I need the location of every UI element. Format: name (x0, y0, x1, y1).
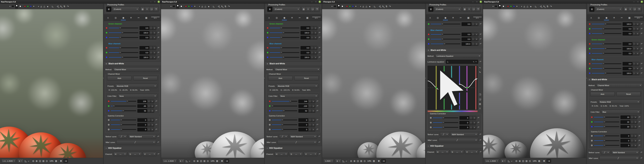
reset-icon[interactable]: ↶ (477, 126, 480, 128)
decrement-button[interactable]: − (632, 27, 636, 30)
slider-thumb[interactable] (113, 105, 115, 107)
increment-button[interactable]: + (153, 31, 156, 34)
paste-profile-button[interactable]: ❐ (476, 7, 480, 11)
increment-button[interactable]: + (150, 105, 154, 108)
copy-profile-button[interactable]: ❏ (310, 7, 315, 11)
decrement-button[interactable]: − (630, 144, 634, 147)
slider[interactable] (430, 39, 460, 39)
copy-profile-button[interactable]: ❏ (632, 7, 637, 11)
reset-icon[interactable]: ↶ (638, 126, 640, 128)
reset-icon[interactable]: ↶ (640, 23, 643, 25)
blue-channel-toggle[interactable] (513, 5, 515, 7)
slider-thumb[interactable] (119, 36, 122, 39)
shadow-clip-icon[interactable]: △ (527, 5, 528, 7)
slider-thumb[interactable] (603, 135, 606, 137)
slider-thumb[interactable] (280, 51, 283, 54)
slider-value[interactable]: 0.0 (462, 33, 471, 35)
decrement-button[interactable]: − (149, 36, 153, 39)
reset-icon[interactable]: ↶ (477, 122, 480, 124)
rotate-left-icon[interactable]: ↺90° (379, 5, 381, 8)
slider-thumb[interactable] (602, 32, 605, 35)
slider[interactable] (110, 120, 136, 120)
decrement-button[interactable]: − (310, 46, 314, 49)
toggle-right-panel-icon[interactable]: ⇥ (224, 159, 229, 163)
slider-value[interactable]: 0.0 (623, 68, 632, 70)
dropdown[interactable]: Channel Mixer▼ (113, 67, 160, 71)
slider-thumb[interactable] (122, 110, 124, 112)
decrement-button[interactable]: − (469, 126, 472, 129)
increment-button[interactable]: + (475, 42, 478, 46)
slider[interactable] (110, 106, 136, 106)
reset-icon[interactable]: ↶ (316, 119, 318, 121)
maximize-button[interactable]: □ (315, 1, 317, 3)
slider[interactable] (594, 117, 619, 118)
slider-value[interactable]: 33 (621, 126, 630, 128)
transform-tab[interactable]: ✂ (457, 14, 465, 21)
color-tab[interactable]: ◉ (280, 14, 288, 21)
zoom-100-icon[interactable]: ⊙ (207, 160, 209, 162)
file-selector-dropdown[interactable]: L U...1-2020▾ (484, 159, 499, 163)
decrement-button[interactable]: − (630, 139, 634, 142)
reset-icon[interactable]: ↶ (158, 153, 160, 155)
zoom-fit-crop-icon[interactable]: ⊞ (42, 160, 44, 162)
reset-icon[interactable]: ↶ (640, 151, 642, 154)
decrement-button[interactable]: − (308, 128, 312, 131)
reset-icon[interactable]: ↶ (318, 36, 320, 38)
increment-button[interactable]: + (312, 100, 315, 103)
increment-button[interactable]: + (153, 51, 156, 54)
slider-thumb[interactable] (441, 38, 444, 40)
decrement-button[interactable]: − (630, 116, 634, 119)
slider[interactable] (594, 122, 619, 122)
increment-button[interactable]: + (312, 109, 315, 113)
dropdown[interactable]: None▼ (118, 94, 157, 98)
zoom-out-icon[interactable]: ⊖ (350, 160, 352, 162)
new-crop-window-icon[interactable]: ⊠ (55, 160, 57, 162)
slider-thumb[interactable] (280, 36, 283, 39)
reset-button[interactable]: Reset (294, 76, 319, 80)
bg-theme-swatch[interactable] (9, 5, 11, 7)
zoom-in-icon[interactable]: ⊕ (519, 160, 521, 162)
slider[interactable] (272, 129, 297, 130)
slider-thumb[interactable] (281, 119, 284, 121)
curve-load-icon[interactable]: ▤ (479, 103, 481, 105)
reset-button[interactable]: Reset (134, 76, 158, 80)
focus-mask-icon[interactable]: ◬ (202, 5, 203, 7)
new-crop-window-icon[interactable]: ⊠ (538, 160, 540, 162)
slider[interactable] (592, 24, 622, 24)
crop-rotate-icon[interactable]: ⌐ (346, 160, 348, 162)
bw-preview-icon[interactable]: ◑ (199, 5, 200, 7)
decrement-button[interactable]: − (632, 72, 636, 75)
slider[interactable] (272, 106, 297, 106)
slider-thumb[interactable] (441, 33, 444, 36)
rotate-left-icon[interactable]: ↺90° (540, 5, 542, 8)
flip-vertical-icon[interactable]: ⇅ (386, 5, 388, 8)
rotate-right-icon[interactable]: ↻90° (60, 5, 62, 8)
minimize-button[interactable]: – (472, 1, 474, 3)
slider[interactable] (594, 145, 619, 146)
reset-icon[interactable]: ↶ (638, 121, 640, 123)
new-crop-window-icon[interactable]: ⊠ (373, 160, 375, 162)
curve-copy-icon[interactable]: ❏ (479, 98, 481, 101)
rotate-right-icon[interactable]: ↻90° (382, 5, 384, 8)
highlight-clip-icon[interactable]: ▲ (530, 5, 532, 7)
reset-icon[interactable]: ↶ (640, 43, 643, 45)
titlebar[interactable]: /Therapee 5.8 – □ × (322, 0, 483, 3)
increment-button[interactable]: + (472, 126, 476, 129)
slider-value[interactable]: 100.0 (623, 48, 632, 50)
paste-profile-button[interactable]: ❐ (315, 7, 319, 11)
slider-value[interactable]: 33 (621, 121, 630, 123)
profile-fill-mode-button[interactable]: ≣ (106, 7, 111, 12)
decrement-button[interactable]: − (632, 42, 636, 46)
blue-channel-toggle[interactable] (30, 5, 32, 7)
slider-value[interactable]: 0 (460, 122, 469, 124)
slider-thumb[interactable] (271, 105, 274, 107)
slider-thumb[interactable] (604, 72, 607, 74)
bg-selected-swatch[interactable] (337, 4, 340, 8)
zoom-fit-icon[interactable]: ⊡ (522, 160, 524, 162)
slider-value[interactable]: 100.0 (623, 23, 632, 25)
slider-value[interactable]: 0 (298, 129, 308, 131)
titlebar[interactable]: RawTherapee 5.8 – □ × (0, 0, 161, 3)
slider-value[interactable]: 33 (621, 116, 630, 118)
rotate-left-icon[interactable]: ↺90° (218, 5, 220, 8)
slider-value[interactable]: 0 (138, 119, 147, 121)
